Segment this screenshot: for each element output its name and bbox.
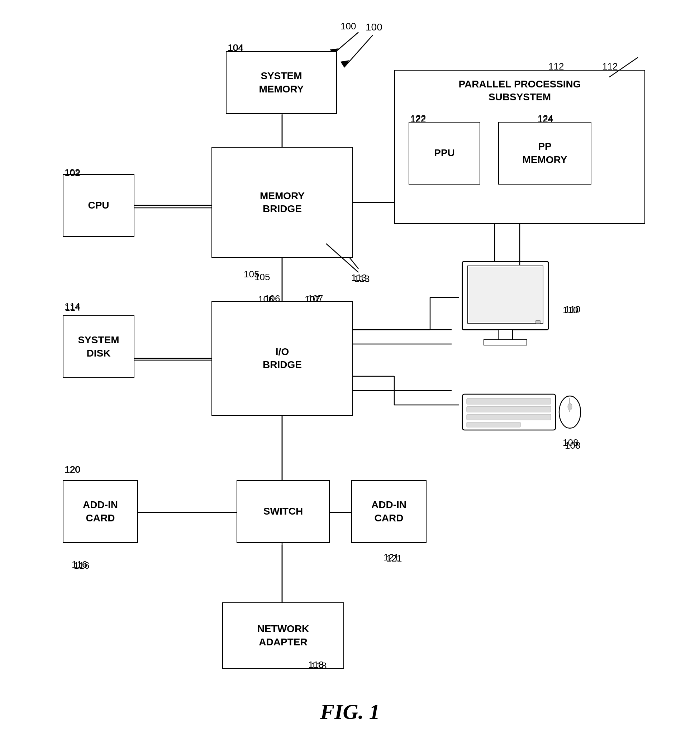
ref-112: 112 [548, 61, 564, 72]
ref-label-100: 100 [366, 21, 383, 33]
keyboard-mouse-icon [459, 387, 584, 444]
ppu-label: PPU [434, 147, 455, 160]
figure-label: FIG. 1 [320, 700, 380, 724]
ref-label-102: 102 [65, 168, 80, 179]
ref-label-114: 114 [65, 302, 80, 313]
memory-bridge-box: MEMORYBRIDGE [211, 147, 353, 258]
memory-bridge-label: MEMORYBRIDGE [260, 190, 305, 216]
io-bridge-box: I/OBRIDGE [211, 301, 353, 416]
pp-memory-box: PPMEMORY [498, 122, 591, 184]
svg-rect-25 [484, 340, 527, 345]
parallel-processing-label: PARALLEL PROCESSINGSUBSYSTEM [395, 78, 645, 104]
svg-rect-31 [467, 422, 521, 427]
network-adapter-label: NETWORKADAPTER [257, 622, 309, 649]
svg-rect-23 [469, 267, 542, 322]
ref-label-122: 122 [410, 113, 426, 124]
add-in-card-right-label: ADD-INCARD [371, 498, 407, 525]
ref-label-107: 107 [308, 293, 323, 304]
ref-label-124: 124 [538, 113, 553, 124]
svg-marker-50 [341, 60, 350, 67]
svg-rect-28 [467, 398, 551, 404]
ref-label-106: 106 [265, 293, 280, 304]
svg-rect-29 [467, 406, 551, 412]
ref-label-105: 105 [254, 272, 270, 283]
cpu-label: CPU [88, 199, 109, 212]
ref-label-118: 118 [311, 660, 326, 672]
network-adapter-box: NETWORKADAPTER [222, 602, 344, 669]
add-in-card-left-label: ADD-INCARD [83, 498, 118, 525]
svg-rect-24 [498, 330, 513, 340]
ref-label-104: 104 [228, 42, 243, 53]
ref-label-110: 110 [565, 304, 580, 315]
diagram: 100 SYSTEMMEMORY 104 CPU 102 MEMORYBRIDG… [0, 0, 700, 745]
system-memory-box: SYSTEMMEMORY [226, 51, 337, 114]
svg-point-34 [568, 403, 572, 410]
monitor-icon [459, 258, 559, 351]
add-in-card-left-box: ADD-INCARD [63, 480, 138, 543]
system-memory-label: SYSTEMMEMORY [259, 70, 304, 96]
ref-label-113: 113 [354, 274, 369, 284]
ref-label-120: 120 [65, 464, 80, 475]
svg-rect-26 [536, 321, 540, 323]
ref-label-108: 108 [565, 440, 580, 451]
cpu-box: CPU [63, 174, 135, 237]
pp-memory-label: PPMEMORY [523, 140, 567, 166]
system-disk-box: SYSTEMDISK [63, 315, 135, 378]
ref-label-112b: 112 [602, 61, 618, 72]
switch-box: SWITCH [236, 480, 330, 543]
svg-rect-30 [467, 414, 551, 420]
system-disk-label: SYSTEMDISK [78, 334, 119, 360]
add-in-card-right-box: ADD-INCARD [351, 480, 426, 543]
switch-label: SWITCH [263, 505, 303, 518]
io-bridge-label: I/OBRIDGE [263, 346, 302, 372]
svg-line-19 [334, 32, 358, 54]
ref-label-121: 121 [386, 553, 402, 564]
ppu-box: PPU [408, 122, 480, 184]
ref-label-116: 116 [74, 560, 89, 571]
